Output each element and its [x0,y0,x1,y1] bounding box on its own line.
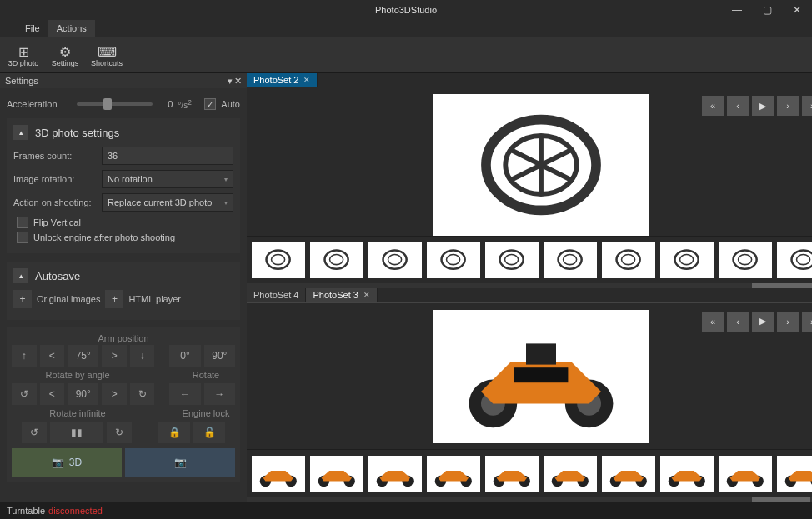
status-state: disconnected [48,506,103,516]
rot-right-button[interactable]: > [102,383,127,405]
rot-cw-button[interactable]: ↻ [130,383,155,405]
bottom-tabstrip: PhotoSet 4 PhotoSet 3✕ ▾ [247,288,812,303]
nav-prev-button[interactable]: ‹ [727,96,749,116]
rot-ccw-button[interactable]: ↺ [12,383,37,405]
arm-left-button[interactable]: < [40,345,65,367]
thumb-item[interactable] [310,242,363,278]
tab-photoset2[interactable]: PhotoSet 2✕ [247,73,318,87]
unlock-engine-check[interactable] [17,232,28,243]
minimize-button[interactable]: — [722,0,752,20]
nav-first-button[interactable]: « [702,312,724,332]
maximize-button[interactable]: ▢ [752,0,782,20]
thumb-item[interactable] [660,456,714,492]
close-tab-icon[interactable]: ✕ [303,76,310,84]
camera-icon: 📷 [174,457,187,468]
nav-first-button[interactable]: « [702,96,724,116]
bottom-thumbs[interactable] [247,449,812,497]
thumb-item[interactable] [252,456,305,492]
add-original-button[interactable]: + [13,290,32,308]
thumb-item[interactable] [252,242,305,278]
gear-icon: ⚙ [59,44,71,60]
tab-photoset2-label: PhotoSet 2 [253,75,298,85]
inf-ccw-button[interactable]: ↺ [22,422,47,443]
thumb-item[interactable] [427,242,480,278]
thumb-item[interactable] [660,242,714,278]
section-3d-title: 3D photo settings [35,127,119,139]
thumb-item[interactable] [719,242,772,278]
flip-vertical-label: Flip Vertical [33,217,81,227]
thumb-item[interactable] [310,456,363,492]
close-button[interactable]: ✕ [782,0,812,20]
top-viewport[interactable]: « ‹ ▶ › » [247,87,812,236]
nav-play-button[interactable]: ▶ [752,96,774,116]
add-html-button[interactable]: + [105,290,123,308]
nav-next-button[interactable]: › [777,312,799,332]
content-area: PhotoSet 2✕ ▾ « [247,73,812,502]
rotate-infinite-title: Rotate infinite [12,408,143,418]
inf-cw-button[interactable]: ↻ [107,422,132,443]
collapse-autosave-icon[interactable]: ▴ [13,268,28,283]
action-shooting-select[interactable]: Replace current 3D photo▾ [102,193,233,212]
thumb-item[interactable] [602,456,655,492]
thumb-item[interactable] [602,242,655,278]
thumb-item[interactable] [544,456,597,492]
thumb-item[interactable] [544,242,597,278]
svg-point-14 [505,255,519,265]
close-tab-icon[interactable]: ✕ [363,291,370,299]
engine-unlock-button[interactable]: 🔓 [193,422,225,443]
bottom-viewport[interactable]: « ‹ ▶ › » [247,303,812,450]
nav-prev-button[interactable]: ‹ [727,312,749,332]
capture-photo-button[interactable]: 📷 [125,448,235,477]
ribbon-settings[interactable]: ⚙ Settings [47,40,83,72]
tab-photoset4[interactable]: PhotoSet 4 [247,288,306,302]
thumb-item[interactable] [485,456,539,492]
engine-lock-button[interactable]: 🔒 [158,422,190,443]
thumb-item[interactable] [427,456,480,492]
rotate-right-button[interactable]: → [204,383,235,405]
inf-pause-button[interactable]: ▮▮ [50,422,103,443]
thumb-item[interactable] [777,242,812,278]
svg-point-13 [500,251,524,269]
arm-up-button[interactable]: ↑ [12,345,37,367]
rotate-left-button[interactable]: ← [169,383,200,405]
arm-zero-button[interactable]: 0° [169,345,200,367]
nav-last-button[interactable]: » [802,312,812,332]
nav-next-button[interactable]: › [777,96,799,116]
rotation-value: No rotation [108,174,153,184]
thumb-item[interactable] [719,456,772,492]
tab-photoset3[interactable]: PhotoSet 3✕ [306,288,377,302]
rot-left-button[interactable]: < [40,383,65,405]
arm-down-button[interactable]: ↓ [130,345,155,367]
image-rotation-select[interactable]: No rotation▾ [102,170,233,188]
flip-vertical-check[interactable] [17,217,28,228]
bottom-scrollbar[interactable] [247,497,812,502]
nav-play-button[interactable]: ▶ [752,312,774,332]
thumb-item[interactable] [368,242,422,278]
nav-last-button[interactable]: » [802,96,812,116]
arm-right-button[interactable]: > [102,345,127,367]
ribbon-3d-photo[interactable]: ⊞ 3D photo [5,40,42,72]
thumb-item[interactable] [485,242,539,278]
capture-3d-button[interactable]: 📷3D [12,448,122,477]
rot-angle-field[interactable]: 90° [68,383,98,405]
top-thumbs[interactable] [247,236,812,282]
dropdown-icon[interactable]: ▾ [228,76,233,87]
collapse-3d-icon[interactable]: ▴ [13,125,28,140]
chevron-down-icon: ▾ [224,199,228,207]
arm-angle-field[interactable]: 75° [68,345,98,367]
arm-ninety-button[interactable]: 90° [204,345,235,367]
accel-auto-check[interactable] [204,98,216,110]
menu-file[interactable]: File [17,20,48,37]
top-preview [433,94,649,236]
action-shooting-label: Action on shooting: [13,197,97,207]
ribbon-shortcuts[interactable]: ⌨ Shortcuts [88,40,125,72]
menu-actions[interactable]: Actions [48,20,95,37]
accel-slider[interactable] [77,102,153,106]
action-value: Replace current 3D photo [108,197,212,207]
thumb-item[interactable] [368,456,422,492]
settings-panel-title: Settings [5,76,38,86]
frames-count-input[interactable] [102,147,233,165]
thumb-item[interactable] [777,456,812,492]
close-panel-icon[interactable]: ✕ [234,76,242,87]
svg-point-8 [330,255,343,265]
